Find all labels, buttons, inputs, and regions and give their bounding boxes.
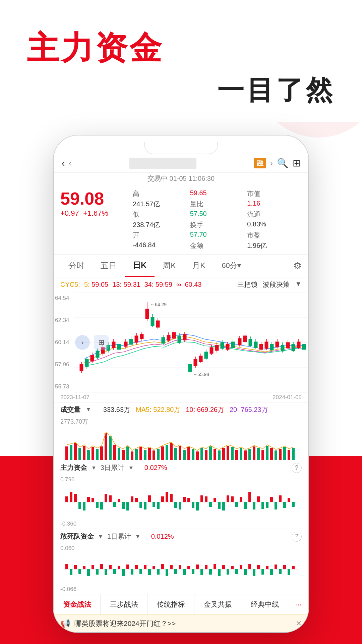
tab-three-step[interactable]: 三步战法	[101, 594, 147, 614]
notification-text[interactable]: 哪类股票将迎来2024开门红？>>	[74, 619, 292, 628]
volume-bars-chart	[54, 426, 308, 460]
wave-decision-btn[interactable]: 波段决策	[263, 280, 290, 289]
tab-golden-cross[interactable]: 金叉共振	[194, 594, 241, 614]
svg-rect-203	[83, 566, 85, 569]
svg-rect-197	[292, 502, 295, 507]
svg-rect-108	[139, 447, 142, 460]
svg-rect-179	[214, 498, 216, 502]
tab-zhouk[interactable]: 周K	[155, 255, 184, 276]
svg-rect-173	[187, 498, 190, 502]
kami-help-icon[interactable]: ?	[292, 532, 302, 542]
next-stock-button[interactable]: ›	[270, 159, 273, 168]
svg-rect-105	[126, 446, 129, 460]
svg-rect-100	[105, 433, 107, 460]
tab-classic-midline[interactable]: 经典中线	[241, 594, 288, 614]
svg-rect-169	[170, 494, 173, 502]
svg-rect-214	[131, 569, 133, 575]
kamikaze-section: 敢死队资金 ▼ 1日累计 ▼ 0.012% ? 0.060	[54, 529, 308, 594]
svg-rect-215	[135, 565, 138, 569]
svg-rect-180	[218, 502, 221, 509]
svg-rect-148	[78, 502, 81, 509]
screenshot-button[interactable]: ⊞	[94, 335, 109, 350]
svg-rect-125	[214, 449, 216, 460]
svg-rect-213	[126, 565, 129, 569]
fund-section: 主力资金 ▼ 3日累计 ▼ 0.027% ? 0.796	[54, 460, 308, 529]
svg-rect-228	[192, 569, 194, 574]
volume-dropdown-icon[interactable]: ▼	[86, 407, 91, 413]
svg-rect-186	[244, 502, 247, 509]
more-tabs-button[interactable]: ···	[288, 594, 308, 614]
tab-trad-indicator[interactable]: 传统指标	[147, 594, 194, 614]
svg-rect-128	[227, 446, 229, 460]
notification-close-button[interactable]: ✕	[296, 619, 302, 628]
svg-rect-232	[209, 569, 212, 575]
svg-rect-209	[109, 565, 112, 569]
fund-period-dropdown-icon[interactable]: ▼	[128, 465, 134, 471]
svg-rect-207	[100, 564, 103, 569]
stock-name-area	[75, 158, 250, 169]
expand-button[interactable]: ›	[75, 335, 90, 350]
svg-rect-136	[261, 450, 264, 460]
back-button[interactable]: ‹	[62, 158, 65, 169]
fund-dropdown-icon[interactable]: ▼	[91, 465, 97, 471]
bottom-tabs: 资金战法 三步战法 传统指标 金叉共振 经典中线 ···	[54, 594, 308, 614]
tab-wuri[interactable]: 五日	[93, 255, 125, 276]
svg-rect-150	[87, 497, 90, 502]
kami-period-dropdown-icon[interactable]: ▼	[135, 534, 140, 540]
svg-rect-221	[161, 564, 164, 569]
svg-rect-206	[96, 569, 99, 575]
svg-rect-208	[105, 569, 107, 575]
prev-stock-button[interactable]: ‹	[69, 159, 71, 168]
hero-title: 主力资金	[27, 30, 335, 66]
search-icon[interactable]: 🔍	[277, 158, 289, 169]
svg-rect-107	[135, 449, 138, 460]
svg-rect-161	[135, 498, 138, 502]
layout-icon[interactable]: ⊞	[293, 158, 300, 169]
svg-rect-117	[179, 446, 181, 460]
svg-rect-130	[235, 450, 238, 460]
tab-fenshi[interactable]: 分时	[60, 255, 93, 276]
volume-header: 成交量 ▼ 333.63万 MA5: 522.80万 10: 669.26万 2…	[54, 402, 308, 417]
svg-rect-231	[205, 565, 207, 569]
svg-rect-176	[200, 495, 203, 502]
svg-rect-98	[96, 449, 99, 460]
kami-dropdown-icon[interactable]: ▼	[98, 534, 103, 540]
tab-60min[interactable]: 60分▾	[214, 255, 249, 276]
cyc-tools: 三把锁 波段决策 ▼	[237, 280, 302, 289]
settings-icon[interactable]: ⚙	[293, 260, 302, 271]
svg-rect-196	[288, 498, 290, 502]
svg-rect-204	[87, 569, 90, 576]
svg-rect-234	[218, 569, 221, 576]
svg-rect-145	[65, 496, 68, 502]
svg-rect-191	[266, 502, 268, 508]
app-content: ‹ ‹ 融 › 🔍 ⊞ 交易中 01-05 11:06:30 59.08	[54, 154, 308, 632]
svg-rect-166	[157, 502, 160, 509]
candlestick-chart[interactable]: 64.54 62.34 60.14 57.96 55.73 › ⊞	[54, 292, 308, 393]
svg-rect-219	[153, 566, 155, 569]
cyc-bar: CYC5: 5: 59.05 13: 59.31 34: 59.59 ∞: 60…	[54, 277, 308, 292]
cyc-dropdown-icon[interactable]: ▼	[295, 280, 302, 289]
svg-rect-225	[179, 565, 181, 569]
svg-rect-247	[275, 565, 277, 569]
svg-rect-190	[261, 502, 264, 509]
svg-rect-111	[153, 450, 155, 460]
tab-yuek[interactable]: 月K	[184, 255, 214, 276]
tab-fund-strategy[interactable]: 资金战法	[54, 594, 101, 614]
svg-rect-235	[222, 565, 225, 569]
svg-rect-218	[148, 569, 151, 575]
svg-rect-178	[209, 502, 212, 507]
rong-badge: 融	[254, 158, 266, 168]
svg-rect-153	[100, 502, 103, 509]
hero-section: 主力资金 一目了然	[0, 0, 362, 122]
kami-price-top: 0.060	[54, 544, 308, 552]
svg-rect-246	[270, 569, 273, 575]
svg-rect-93	[74, 443, 77, 460]
fund-help-icon[interactable]: ?	[292, 463, 302, 473]
three-lock-btn[interactable]: 三把锁	[237, 280, 257, 289]
svg-rect-237	[231, 566, 234, 569]
tab-rik[interactable]: 日K	[125, 255, 155, 277]
svg-rect-92	[70, 445, 72, 460]
trade-info: 交易中 01-05 11:06:30	[54, 173, 308, 185]
cyc-values: CYC5: 5: 59.05 13: 59.31 34: 59.59 ∞: 60…	[60, 281, 202, 288]
svg-rect-226	[183, 569, 186, 575]
